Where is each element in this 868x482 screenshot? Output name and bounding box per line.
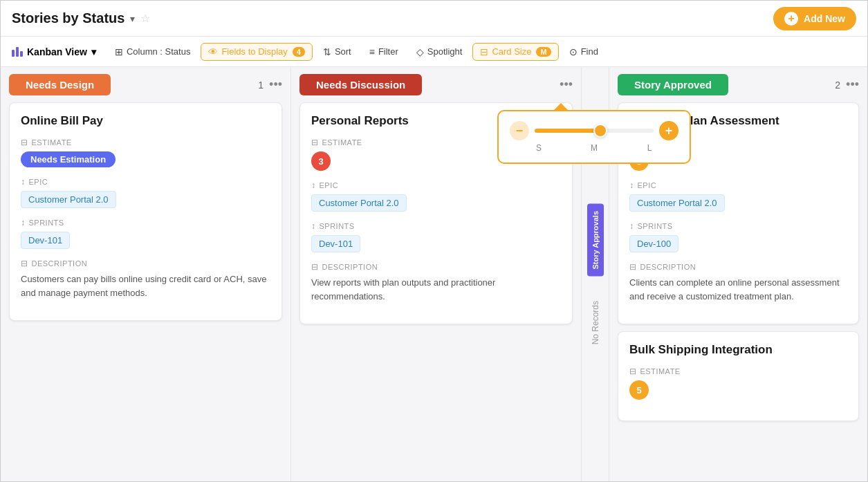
fields-count-badge: 4: [293, 47, 305, 57]
size-m-label: M: [566, 143, 622, 153]
description-text: Customers can pay bills online using cre…: [21, 272, 270, 299]
eye-icon: 👁: [208, 46, 218, 57]
sprint-tag[interactable]: Dev-100: [629, 235, 678, 252]
size-l-label: L: [622, 143, 677, 153]
spotlight-icon: ◇: [416, 46, 424, 57]
estimate-field-icon: ⊟: [311, 138, 319, 147]
no-records-text: No Records: [591, 301, 600, 344]
view-dropdown-icon: ▾: [91, 46, 96, 57]
needs-discussion-label-button[interactable]: Needs Discussion: [299, 74, 422, 95]
add-new-button[interactable]: + Add New: [773, 7, 856, 30]
estimate-field-icon: ⊟: [629, 367, 637, 376]
card-online-bill-pay: Online Bill Pay ⊟ ESTIMATE Needs Estimat…: [9, 102, 282, 321]
desc-field-icon: ⊟: [311, 262, 319, 272]
story-approved-more-button[interactable]: •••: [846, 77, 859, 92]
size-s-label: S: [511, 143, 566, 153]
epic-tag[interactable]: Customer Portal 2.0: [21, 191, 116, 208]
estimate-circle: 5: [629, 380, 649, 400]
sprints-field-icon: ↕: [21, 218, 26, 228]
title-dropdown-icon[interactable]: ▾: [130, 13, 135, 24]
size-decrease-button[interactable]: −: [510, 121, 529, 140]
card-title[interactable]: Online Bill Pay: [21, 114, 270, 128]
favorite-star-icon[interactable]: ☆: [140, 12, 150, 25]
epic-tag[interactable]: Customer Portal 2.0: [629, 194, 725, 212]
sprints-field-icon: ↕: [629, 221, 634, 231]
filter-button[interactable]: ≡ Filter: [362, 43, 406, 61]
add-icon: +: [784, 12, 798, 26]
sort-button[interactable]: ⇅ Sort: [315, 43, 359, 61]
card-size-icon: ⊟: [480, 46, 488, 57]
fields-to-display-button[interactable]: 👁 Fields to Display 4: [201, 43, 313, 61]
sort-icon: ⇅: [323, 46, 331, 57]
find-button[interactable]: ⊙ Find: [562, 43, 606, 61]
story-approvals-badge[interactable]: Story Approvals: [587, 204, 604, 277]
story-approved-count: 2: [835, 80, 840, 91]
estimate-value[interactable]: Needs Estimation: [21, 151, 116, 167]
needs-design-more-button[interactable]: •••: [269, 77, 282, 92]
card-size-popup: − + S M L: [497, 103, 691, 164]
description-text: View reports with plan outputs and pract…: [311, 276, 561, 303]
filter-icon: ≡: [369, 46, 375, 57]
story-approved-label-button[interactable]: Story Approved: [618, 74, 728, 95]
sprint-tag[interactable]: Dev-101: [21, 232, 70, 249]
sprint-tag[interactable]: Dev-101: [311, 235, 360, 252]
spotlight-button[interactable]: ◇ Spotlight: [409, 43, 470, 61]
estimate-field-icon: ⊟: [21, 138, 28, 147]
needs-design-count: 1: [258, 80, 264, 91]
column-needs-design: Needs Design 1 ••• Online Bill Pay ⊟ EST…: [1, 67, 291, 481]
epic-field-icon: ↕: [311, 180, 316, 190]
description-text: Clients can complete an online personal …: [629, 276, 847, 303]
sprints-field-icon: ↕: [311, 221, 316, 231]
epic-tag[interactable]: Customer Portal 2.0: [311, 194, 407, 212]
card-bulk-shipping-integration: Bulk Shipping Integration ⊟ ESTIMATE 5: [618, 331, 859, 421]
find-icon: ⊙: [569, 46, 578, 57]
kanban-view-selector[interactable]: Kanban View ▾: [12, 46, 96, 57]
desc-field-icon: ⊟: [21, 259, 28, 268]
column-icon: ⊞: [115, 46, 123, 57]
epic-field-icon: ↕: [629, 180, 634, 190]
epic-field-icon: ↕: [21, 177, 26, 187]
card-size-button[interactable]: ⊟ Card Size M: [472, 43, 558, 61]
card-title[interactable]: Bulk Shipping Integration: [629, 343, 847, 357]
card-size-value-badge: M: [536, 47, 551, 57]
estimate-circle: 3: [311, 151, 331, 171]
column-status-button[interactable]: ⊞ Column : Status: [107, 43, 198, 61]
needs-discussion-more-button[interactable]: •••: [560, 77, 573, 92]
size-increase-button[interactable]: +: [659, 121, 678, 140]
desc-field-icon: ⊟: [629, 262, 637, 272]
size-slider-track[interactable]: [535, 129, 654, 133]
kanban-icon: [12, 47, 23, 57]
needs-design-label-button[interactable]: Needs Design: [9, 74, 111, 95]
page-title: Stories by Status: [12, 10, 124, 26]
